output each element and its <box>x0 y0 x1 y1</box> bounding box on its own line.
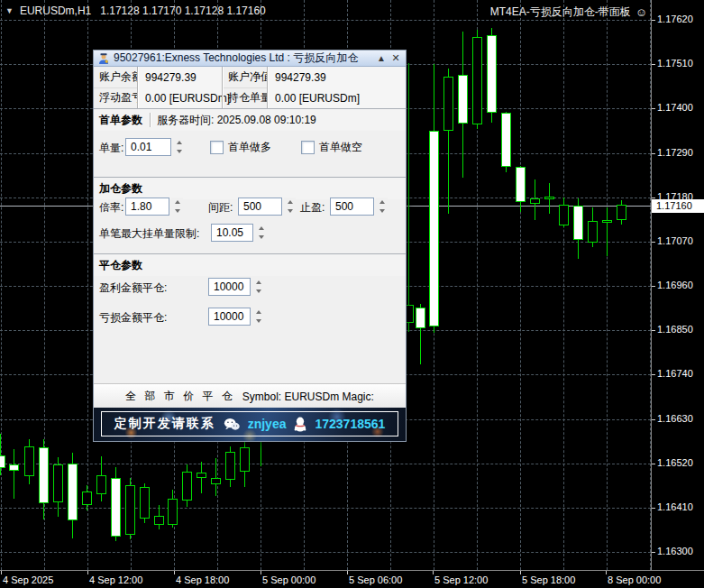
candle-body <box>501 113 511 167</box>
gridline-horizontal <box>0 508 651 509</box>
first-long-checkbox[interactable] <box>210 141 224 154</box>
first-long-group: 首单做多 <box>210 140 271 155</box>
spin-up-button[interactable] <box>376 198 388 207</box>
spin-down-button[interactable] <box>171 207 183 216</box>
ea-name-label: MT4EA-亏损反向加仓-带面板 <box>490 5 631 20</box>
lot-input[interactable] <box>125 138 171 156</box>
candle-body <box>416 308 425 328</box>
candle-body <box>53 464 63 502</box>
price-axis-label: 1.17400 <box>657 102 693 113</box>
multiplier-input[interactable] <box>125 198 169 216</box>
spin-up-button[interactable] <box>171 198 183 207</box>
max-lot-row: 单笔最大挂单量限制: <box>94 222 406 245</box>
candle-wick <box>408 63 409 333</box>
time-axis-tick <box>261 571 261 574</box>
close-all-symbol-magic: Symbol: EURUSDm Magic: <box>242 390 374 403</box>
panel-close-icon[interactable]: ✕ <box>389 52 402 64</box>
time-axis-tick <box>87 571 88 574</box>
candle-body <box>182 472 192 501</box>
candle-body <box>82 492 92 505</box>
close-all-market-button[interactable]: 全 部 市 价 平 仓 Symbol: EURUSDm Magic: <box>94 383 406 409</box>
open-lots-label: 持仓单量 <box>222 87 267 108</box>
spin-up-button[interactable] <box>252 308 264 317</box>
spin-down-button[interactable] <box>284 207 296 216</box>
candle-body <box>602 220 612 224</box>
candle-body <box>111 478 121 537</box>
first-short-label: 首单做空 <box>319 140 362 155</box>
spin-down-button[interactable] <box>252 317 264 326</box>
close-all-label: 全 部 市 价 平 仓 <box>125 389 235 404</box>
loss-close-spinner <box>252 308 264 326</box>
loss-close-input[interactable] <box>208 308 251 326</box>
candle-body <box>573 206 583 240</box>
lot-spinner <box>173 138 185 156</box>
closing-section-label: 平仓参数 <box>99 258 142 273</box>
price-axis-tick <box>652 374 655 375</box>
price-axis-label: 1.16520 <box>657 457 693 468</box>
qq-icon <box>294 417 306 432</box>
first-short-checkbox[interactable] <box>301 141 315 154</box>
take-profit-label: 止盈: <box>300 200 325 216</box>
candle-body <box>168 499 178 525</box>
price-axis-tick <box>652 508 655 509</box>
take-profit-spinner <box>376 198 388 216</box>
candle-body <box>211 478 221 484</box>
spacing-input[interactable] <box>238 198 282 216</box>
ea-status-smiley-icon[interactable]: ☺ <box>635 5 647 19</box>
floating-pl-label: 浮动盈亏 <box>94 90 137 106</box>
price-axis-label: 1.16740 <box>657 368 693 379</box>
take-profit-input[interactable] <box>330 198 374 216</box>
profit-close-input[interactable] <box>208 278 251 296</box>
price-axis-label: 1.17290 <box>657 147 693 158</box>
floating-pl-value: 0.00 [EURUSDm] <box>137 87 222 108</box>
candle-body <box>443 77 453 132</box>
time-axis[interactable]: 4 Sep 20254 Sep 12:004 Sep 18:005 Sep 00… <box>0 570 704 588</box>
symbol-ohlc-line: ▼ EURUSDm,H1 1.17128 1.17170 1.17128 1.1… <box>5 5 266 17</box>
price-axis-label: 1.16410 <box>657 501 693 512</box>
section-closing: 平仓参数 <box>94 253 406 276</box>
price-axis-tick <box>652 419 655 420</box>
spin-down-button[interactable] <box>376 207 388 216</box>
symbol-dropdown-arrow-icon[interactable]: ▼ <box>5 6 14 15</box>
candle-body <box>516 167 526 201</box>
open-lots-value: 0.00 [EURUSDm] <box>267 87 406 108</box>
spin-up-button[interactable] <box>252 278 264 287</box>
gridline-vertical <box>607 0 608 570</box>
spin-up-button[interactable] <box>255 224 267 233</box>
spin-down-button[interactable] <box>173 147 185 156</box>
price-axis-label: 1.17070 <box>657 235 693 246</box>
price-axis[interactable]: 1.17160 1.176201.175101.174001.172901.17… <box>651 0 704 570</box>
price-axis-tick <box>652 464 655 464</box>
max-lot-input[interactable] <box>211 224 253 242</box>
ea-panel-title: 95027961:Exness Technologies Ltd : 亏损反向加… <box>114 51 358 66</box>
symbol-timeframe-label: EURUSDm,H1 <box>20 5 91 17</box>
gridline-horizontal <box>0 464 651 464</box>
spin-up-button[interactable] <box>173 138 185 147</box>
time-axis-label: 5 Sep 18:00 <box>522 574 575 585</box>
time-axis-tick <box>1 571 2 574</box>
candle-body <box>429 131 439 326</box>
spin-up-button[interactable] <box>284 198 296 207</box>
candle-wick <box>14 449 14 499</box>
candle-body <box>68 464 78 520</box>
candle-body <box>225 452 235 480</box>
take-profit-field <box>330 198 388 216</box>
gridline-vertical <box>1 0 2 570</box>
profit-close-field <box>208 278 264 296</box>
panel-collapse-icon[interactable]: ▲ <box>375 53 388 63</box>
loss-close-label: 亏损金额平仓: <box>99 310 167 326</box>
banner-qq-number: 1723718561 <box>315 417 385 431</box>
price-axis-tick <box>652 242 655 243</box>
ea-panel-titlebar[interactable]: 95027961:Exness Technologies Ltd : 亏损反向加… <box>94 51 406 67</box>
ea-panel: 95027961:Exness Technologies Ltd : 亏损反向加… <box>93 50 407 442</box>
equity-label: 账户净值 <box>222 67 267 87</box>
price-axis-tick <box>652 552 655 553</box>
gridline-vertical <box>520 0 521 570</box>
candle-body <box>240 447 250 472</box>
spin-down-button[interactable] <box>255 233 267 242</box>
spin-down-button[interactable] <box>252 287 264 296</box>
candle-body <box>487 35 497 113</box>
multiplier-spinner <box>171 198 183 216</box>
candle-body <box>140 487 150 519</box>
time-axis-tick <box>520 571 521 574</box>
